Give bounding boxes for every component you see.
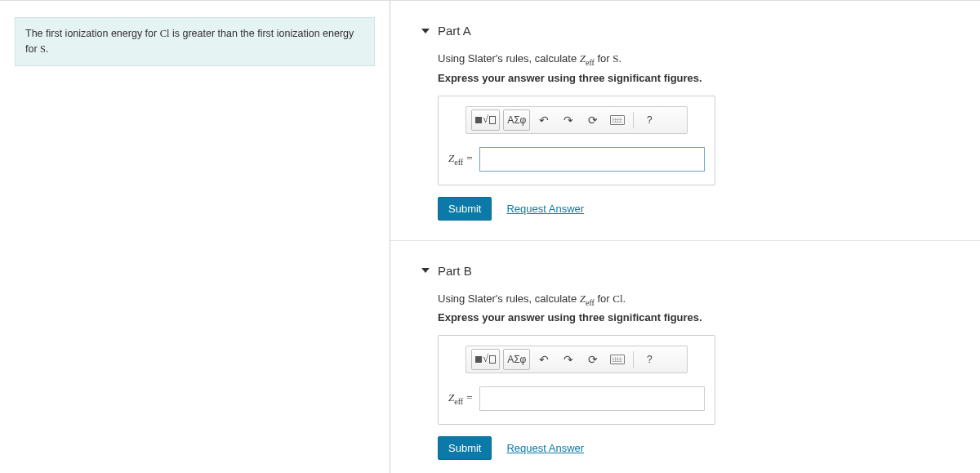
symbols-label: ΑΣφ: [507, 354, 526, 365]
submit-button[interactable]: Submit: [438, 197, 492, 221]
equation-toolbar: √ ΑΣφ ↶ ↷ ⟳ ?: [466, 346, 688, 373]
caret-down-icon: [421, 29, 430, 33]
templates-icon: √: [475, 114, 496, 127]
part-b-prompt: Using Slater's rules, calculate Zeff for…: [438, 292, 931, 307]
symbols-button[interactable]: ΑΣφ: [503, 109, 530, 131]
part-b-header[interactable]: Part B: [421, 264, 931, 278]
help-button[interactable]: ?: [639, 349, 660, 370]
part-a-header[interactable]: Part A: [421, 24, 931, 38]
submit-button[interactable]: Submit: [438, 436, 492, 460]
toolbar-separator: [633, 112, 634, 128]
equation-toolbar: √ ΑΣφ ↶ ↷ ⟳ ?: [466, 106, 688, 134]
undo-icon: ↶: [539, 114, 549, 126]
part-a-body: Using Slater's rules, calculate Zeff for…: [421, 52, 931, 221]
symbols-button[interactable]: ΑΣφ: [503, 349, 530, 370]
reset-icon: ⟳: [588, 354, 598, 365]
intro-suffix: .: [46, 43, 48, 55]
intro-element-2: S: [40, 43, 46, 55]
redo-button[interactable]: ↷: [558, 349, 579, 370]
part-b-input-row: Zeff =: [439, 382, 715, 424]
part-a-input-row: Zeff =: [439, 142, 715, 185]
keyboard-icon: [610, 115, 625, 125]
redo-button[interactable]: ↷: [558, 109, 579, 131]
part-b-answer-input[interactable]: [479, 386, 705, 411]
part-b: Part B Using Slater's rules, calculate Z…: [390, 264, 980, 473]
reset-button[interactable]: ⟳: [582, 109, 604, 131]
page: The first ionization energy for Cl is gr…: [0, 0, 980, 473]
templates-button[interactable]: √: [471, 349, 500, 370]
keyboard-icon: [610, 355, 625, 364]
help-icon: ?: [647, 354, 653, 365]
redo-icon: ↷: [564, 114, 573, 126]
zeff-label: Zeff =: [448, 152, 473, 167]
part-b-title: Part B: [438, 264, 472, 278]
part-a-answer-frame: √ ΑΣφ ↶ ↷ ⟳ ? Zeff =: [438, 96, 715, 185]
part-b-body: Using Slater's rules, calculate Zeff for…: [421, 292, 931, 461]
part-a-title: Part A: [438, 24, 471, 38]
intro-prefix: The first ionization energy for: [25, 28, 160, 39]
keyboard-button[interactable]: [607, 349, 628, 370]
part-a-instruction: Express your answer using three signific…: [438, 72, 931, 84]
templates-button[interactable]: √: [471, 109, 500, 131]
undo-icon: ↶: [539, 354, 549, 365]
part-a-answer-input[interactable]: [479, 147, 705, 172]
question-intro: The first ionization energy for Cl is gr…: [15, 17, 375, 66]
symbols-label: ΑΣφ: [507, 114, 526, 126]
right-column: Part A Using Slater's rules, calculate Z…: [390, 1, 980, 473]
keyboard-button[interactable]: [607, 109, 628, 131]
request-answer-link[interactable]: Request Answer: [506, 203, 584, 215]
part-a-actions: Submit Request Answer: [438, 197, 931, 221]
part-b-instruction: Express your answer using three signific…: [438, 311, 931, 324]
part-b-actions: Submit Request Answer: [438, 436, 931, 460]
part-b-answer-frame: √ ΑΣφ ↶ ↷ ⟳ ? Zeff =: [438, 335, 715, 425]
reset-button[interactable]: ⟳: [582, 349, 604, 370]
help-button[interactable]: ?: [639, 109, 660, 131]
templates-icon: √: [475, 353, 496, 366]
part-a: Part A Using Slater's rules, calculate Z…: [390, 24, 980, 241]
reset-icon: ⟳: [588, 114, 598, 126]
undo-button[interactable]: ↶: [533, 349, 555, 370]
help-icon: ?: [647, 114, 653, 126]
redo-icon: ↷: [564, 354, 573, 365]
part-a-prompt: Using Slater's rules, calculate Zeff for…: [438, 52, 931, 67]
left-column: The first ionization energy for Cl is gr…: [0, 1, 390, 473]
undo-button[interactable]: ↶: [533, 109, 555, 131]
zeff-label: Zeff =: [448, 391, 473, 406]
intro-element-1: Cl: [160, 28, 170, 39]
caret-down-icon: [421, 268, 430, 273]
request-answer-link[interactable]: Request Answer: [506, 442, 584, 454]
toolbar-separator: [633, 351, 634, 368]
